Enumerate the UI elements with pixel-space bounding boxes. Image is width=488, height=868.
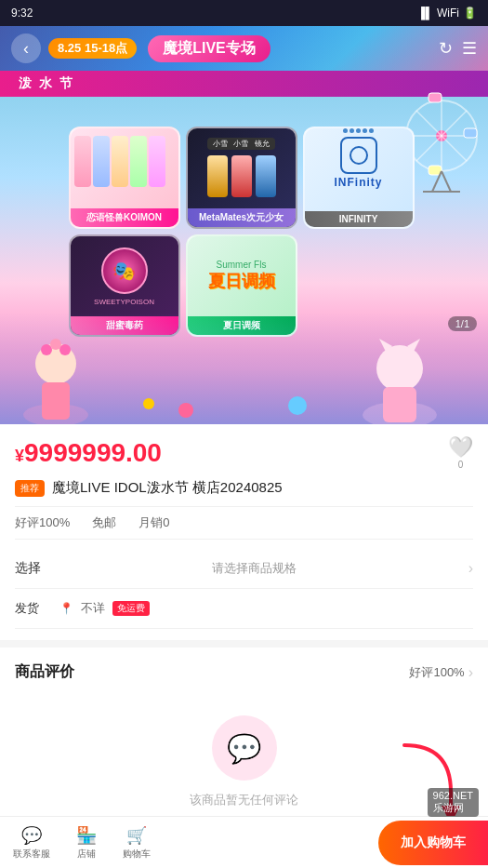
refresh-icon[interactable]: ↻ [439,38,453,59]
koimon-label: 恋语怪兽KOIMON [71,208,178,227]
watermark-line1: 962.NET [433,790,473,801]
signal-icon: ▐▌ [417,7,433,20]
product-section: ¥9999999.00 🤍 0 推荐 魔境LIVE IDOL泼水节 横店2024… [0,424,488,640]
menu-icon[interactable]: ☰ [462,38,477,59]
sweety-subtext: SWEETYPOISON [94,298,154,306]
cart-label: 购物车 [123,848,151,861]
store-icon: 🏪 [76,825,97,846]
nav-item-cart[interactable]: 🛒 购物车 [110,820,164,866]
empty-icon: 💬 [212,715,277,781]
summer-subtext: Summer Fls [217,260,267,270]
spec-selector[interactable]: 选择 请选择商品规格 › [15,549,473,589]
hero-section: 泼 水 节 恋语怪兽KOIMON [0,71,488,424]
svg-point-24 [178,403,193,418]
tags-row: 推荐 魔境LIVE IDOL泼水节 横店20240825 [15,479,473,497]
location-icon: 📍 [59,602,73,615]
heart-icon: 🤍 [448,435,473,460]
spec-label: 选择 [15,560,41,577]
svg-line-11 [442,171,451,192]
wifi-icon: WiFi [437,7,459,20]
artist-card-metamates[interactable]: 小雪 小雪 镜允 MetaMates次元少女 [186,127,297,229]
date-range: 15-18点 [85,41,127,55]
status-time: 9:32 [11,7,33,20]
watermark-line2: 乐游网 [433,801,473,815]
store-label: 店铺 [77,848,96,861]
price-symbol: ¥ [15,447,24,465]
header-icons: ↻ ☰ [439,38,477,59]
mm-small-label: 小雪 小雪 镜允 [207,138,275,150]
infinity-hexagon [340,137,377,174]
cart-icon: 🛒 [126,825,147,846]
bottom-nav: 💬 联系客服 🏪 店铺 🛒 购物车 加入购物车 [0,816,488,868]
rating-stat: 好评100% [15,514,70,531]
sliding-text: 泼 水 节 [0,75,93,92]
nav-item-store[interactable]: 🏪 店铺 [63,820,110,866]
date-text: 8.25 [58,41,81,55]
svg-point-25 [288,396,307,415]
reviews-rate-arrow: › [468,664,473,681]
hero-characters [0,322,488,424]
infinity-dots [343,128,374,133]
reviews-rate-link[interactable]: 好评100% › [409,664,473,681]
reviews-header: 商品评价 好评100% › [15,662,473,682]
svg-rect-15 [42,382,70,420]
svg-point-16 [41,344,52,355]
ship-free-badge: 免运费 [112,601,150,616]
recommend-tag: 推荐 [15,480,45,497]
banner-title: 魔境LIVE专场 [148,35,270,62]
status-right: ▐▌ WiFi 🔋 [417,7,477,20]
price-row: ¥9999999.00 🤍 0 [15,435,473,470]
svg-rect-7 [464,128,477,138]
service-label: 联系客服 [13,848,50,861]
battery-icon: 🔋 [463,7,477,20]
ship-label: 发货 [15,600,52,617]
svg-point-20 [376,345,423,392]
nav-item-service[interactable]: 💬 联系客服 [0,820,63,866]
infinity-logo-text: INFinity [335,176,383,189]
artist-card-koimon[interactable]: 恋语怪兽KOIMON [69,127,180,229]
reviews-rate-text: 好评100% [409,664,464,681]
svg-point-18 [59,344,71,355]
summer-main-text: 夏日调频 [208,270,275,292]
reviews-title: 商品评价 [15,662,74,682]
svg-rect-21 [383,387,416,422]
svg-rect-6 [429,93,442,102]
monthly-sales-stat: 月销0 [138,514,169,531]
buy-button[interactable]: 加入购物车 [378,821,488,865]
chat-icon: 💬 [227,732,261,765]
favorite-count: 0 [458,460,464,470]
artist-card-infinity[interactable]: INFinity INFINITY [303,127,415,229]
watermark: 962.NET 乐游网 [428,788,479,817]
sweety-logo: 🎭 [101,247,148,294]
header-banner: ‹ 8.25 15-18点 魔境LIVE专场 ↻ ☰ [0,26,488,71]
price-value: 9999999.00 [24,438,162,467]
product-price: ¥9999999.00 [15,438,162,468]
metamates-label: MetaMates次元少女 [188,208,296,227]
nav-items: 💬 联系客服 🏪 店铺 🛒 购物车 [0,820,164,866]
shipping-stat: 免邮 [92,514,116,531]
status-bar: 9:32 ▐▌ WiFi 🔋 [0,0,488,26]
spec-hint: 请选择商品规格 [212,560,297,577]
infinity-label: INFINITY [305,211,413,227]
shipping-row: 发货 📍 不详 免运费 [15,589,473,629]
favorite-button[interactable]: 🤍 0 [448,435,473,470]
service-icon: 💬 [21,825,42,846]
date-badge: 8.25 15-18点 [48,38,137,59]
product-title: 魔境LIVE IDOL泼水节 横店20240825 [52,479,283,497]
svg-point-26 [143,398,154,409]
empty-reviews-text: 该商品暂无任何评论 [190,792,298,808]
ship-detail: 不详 [81,600,105,617]
spec-arrow-icon: › [468,560,473,577]
back-button[interactable]: ‹ [11,33,41,63]
artist-cards-grid: 恋语怪兽KOIMON 小雪 小雪 镜允 MetaMates次元少女 [69,127,420,337]
svg-point-17 [50,339,61,350]
stats-row: 好评100% 免邮 月销0 [15,506,473,540]
